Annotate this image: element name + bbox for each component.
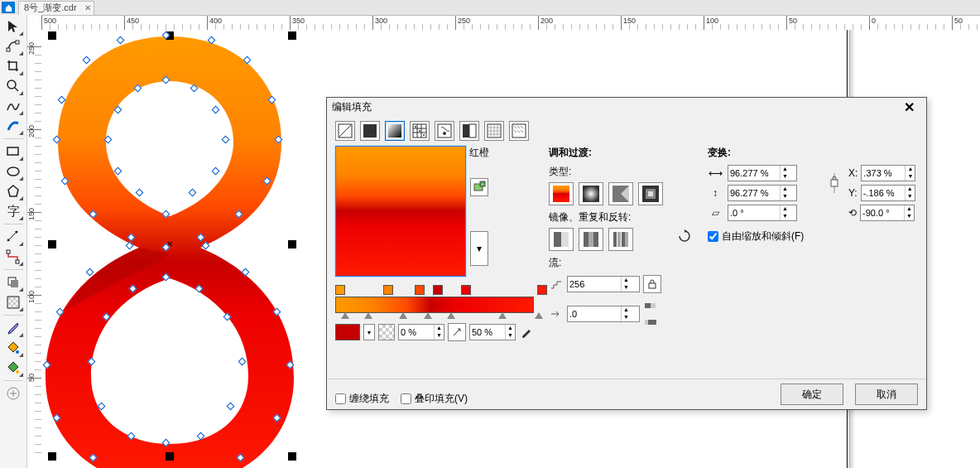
dialog-close-button[interactable]: ✕: [896, 99, 921, 115]
polygon-tool[interactable]: [2, 181, 24, 201]
lock-aspect-button[interactable]: [825, 171, 843, 195]
opacity-spinner[interactable]: ▲▼: [434, 325, 444, 340]
selection-handle-e[interactable]: [288, 240, 296, 248]
transform-x-input[interactable]: ▲▼: [861, 165, 915, 181]
eyedropper-tool[interactable]: [2, 318, 24, 338]
interactive-fill-tool[interactable]: [2, 338, 24, 358]
cancel-button[interactable]: 取消: [855, 384, 918, 405]
selection-handle-w[interactable]: [48, 240, 56, 248]
gradient-type-linear[interactable]: [549, 182, 574, 205]
ellipse-tool[interactable]: [2, 162, 24, 181]
home-icon[interactable]: [2, 2, 15, 13]
midpoint-handle[interactable]: [447, 312, 455, 319]
ok-button[interactable]: 确定: [781, 384, 843, 405]
freehand-tool[interactable]: [2, 96, 24, 116]
pen-icon[interactable]: [519, 325, 534, 340]
opacity-input[interactable]: ▲▼: [398, 324, 444, 340]
blend-direction-button[interactable]: [448, 323, 466, 341]
gradient-type-rectangular[interactable]: [638, 182, 663, 205]
midpoint-handle[interactable]: [424, 312, 432, 319]
selection-handle-ne[interactable]: [288, 31, 296, 40]
selection-handle-nw[interactable]: [48, 31, 56, 40]
color-stop[interactable]: [415, 285, 425, 295]
gradient-bar[interactable]: [335, 297, 534, 313]
transparency-tool[interactable]: [2, 292, 24, 312]
uniform-fill-button[interactable]: [360, 121, 380, 141]
postscript-fill-button[interactable]: [484, 121, 504, 141]
reverse-top-icon[interactable]: [643, 298, 658, 313]
midpoint-handle[interactable]: [498, 312, 507, 319]
wrap-fill-checkbox[interactable]: 缠绕填充: [335, 392, 389, 406]
free-scale-label: 自由缩放和倾斜(F): [722, 229, 804, 244]
node-color-dropdown[interactable]: ▾: [363, 324, 375, 340]
refresh-button[interactable]: [676, 228, 693, 244]
color-stop[interactable]: [383, 285, 393, 295]
mirror-none[interactable]: [549, 228, 574, 251]
pick-tool[interactable]: [2, 17, 24, 36]
midpoint-handle[interactable]: [364, 312, 372, 319]
no-fill-button[interactable]: [335, 121, 355, 141]
mirror-repeat[interactable]: [579, 228, 603, 251]
transform-width-input[interactable]: ▲▼: [728, 165, 797, 181]
selection-handle-sw[interactable]: [48, 452, 56, 461]
midpoint-handle[interactable]: [535, 312, 543, 319]
selection-handle-s[interactable]: [166, 452, 174, 461]
pattern-fill-button[interactable]: [410, 121, 430, 141]
vertical-ruler[interactable]: 25020015010050: [26, 30, 42, 468]
color-stop[interactable]: [461, 285, 471, 295]
color-stops-strip[interactable]: [335, 285, 534, 295]
node-color-swatch[interactable]: [335, 324, 360, 340]
smart-fill-tool[interactable]: [2, 358, 24, 378]
gradient-preset-dropdown[interactable]: ▾: [470, 231, 488, 266]
selection-handle-se[interactable]: [288, 452, 296, 461]
offset-spinner[interactable]: ▲▼: [621, 306, 631, 321]
text-tool[interactable]: 字: [2, 201, 24, 221]
transform-height-input[interactable]: ▲▼: [728, 185, 797, 201]
artwork-figure-8[interactable]: [41, 30, 356, 468]
transform-skew-input[interactable]: ▲▼: [728, 205, 797, 221]
connector-tool[interactable]: [2, 247, 24, 267]
midpoint-handle[interactable]: [399, 312, 407, 319]
zoom-tool[interactable]: [2, 76, 24, 96]
stream-steps-input[interactable]: ▲▼: [567, 276, 640, 292]
quick-customize[interactable]: [2, 384, 24, 403]
merge-input[interactable]: ▲▼: [469, 324, 516, 340]
reverse-bottom-icon[interactable]: [643, 315, 658, 330]
close-tab-icon[interactable]: ✕: [84, 3, 91, 12]
color-stop[interactable]: [433, 285, 443, 295]
mirror-reverse[interactable]: [608, 228, 633, 251]
texture-fill-button[interactable]: [459, 121, 479, 141]
shape-tool[interactable]: [2, 36, 24, 56]
overprint-fill-checkbox[interactable]: 叠印填充(V): [401, 392, 468, 406]
stream-spinner[interactable]: ▲▼: [621, 277, 631, 292]
dialog-titlebar[interactable]: 编辑填充 ✕: [327, 98, 926, 116]
stream-lock-button[interactable]: [643, 275, 661, 293]
document-tab[interactable]: 8号_渐变.cdr ✕: [18, 1, 94, 15]
transform-rotate-input[interactable]: ▲▼: [860, 205, 915, 221]
svg-rect-30: [7, 250, 10, 253]
rectangle-tool[interactable]: [2, 142, 24, 162]
fountain-fill-button[interactable]: [385, 121, 405, 141]
color-stop[interactable]: [537, 285, 547, 295]
free-scale-checkbox[interactable]: 自由缩放和倾斜(F): [708, 229, 918, 244]
gradient-preview[interactable]: [335, 146, 466, 277]
dropshadow-tool[interactable]: [2, 273, 24, 292]
stream-offset-input[interactable]: ▲▼: [567, 306, 640, 322]
height-icon: ↕: [708, 187, 723, 199]
crop-tool[interactable]: [2, 56, 24, 76]
gradient-type-conical[interactable]: [608, 182, 633, 205]
midpoint-handle[interactable]: [341, 312, 349, 319]
parallel-dim-tool[interactable]: [2, 227, 24, 247]
svg-point-56: [423, 134, 425, 136]
bitmap-fill-button[interactable]: [509, 121, 529, 141]
artistic-media-tool[interactable]: [2, 116, 24, 136]
document-tab-label: 8号_渐变.cdr: [24, 2, 77, 14]
color-stop[interactable]: [335, 285, 345, 295]
svg-rect-81: [617, 232, 621, 247]
two-color-fill-button[interactable]: [435, 121, 454, 141]
gradient-type-elliptical[interactable]: [579, 182, 603, 205]
add-preset-button[interactable]: +: [470, 178, 488, 196]
transform-y-input[interactable]: ▲▼: [861, 185, 915, 201]
transparency-toggle[interactable]: [378, 324, 395, 340]
merge-spinner[interactable]: ▲▼: [505, 325, 515, 340]
